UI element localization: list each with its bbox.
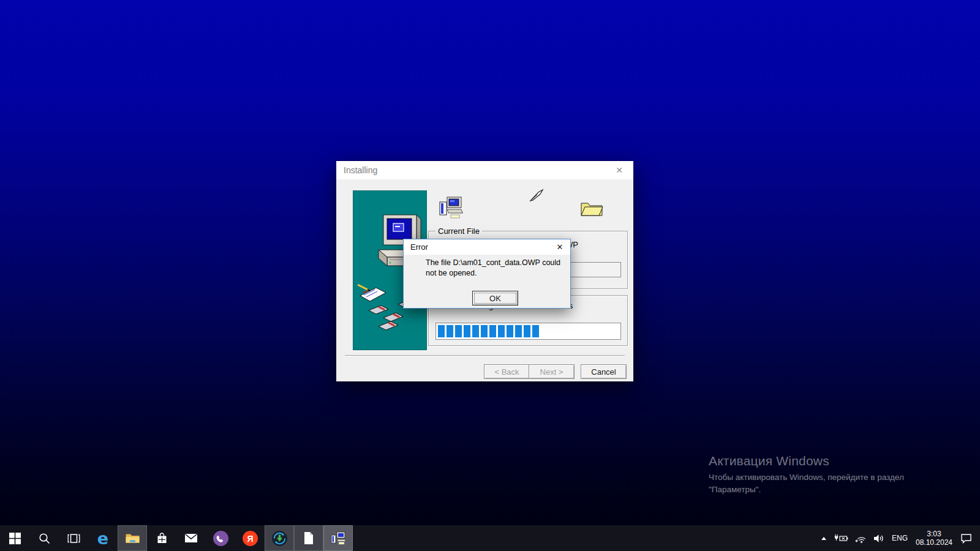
clock[interactable]: 3:03 08.10.2024 xyxy=(914,530,954,547)
task-view-icon xyxy=(67,533,81,544)
setup-program-icon xyxy=(439,196,463,220)
viber-icon xyxy=(213,530,229,547)
edge-icon: e xyxy=(97,530,108,547)
mail-icon xyxy=(184,533,198,543)
overall-progress-bar xyxy=(435,323,621,340)
taskbar: e xyxy=(0,525,980,551)
document-icon xyxy=(303,531,314,545)
installer-taskbar-button[interactable] xyxy=(323,525,353,551)
yandex-icon: Я xyxy=(242,530,258,547)
search-icon xyxy=(39,533,50,544)
ok-button[interactable]: OK xyxy=(472,291,518,305)
error-message: The file D:\am01_cont_data.OWP could not… xyxy=(426,258,568,279)
destination-folder-icon xyxy=(580,198,603,219)
mediaget-icon xyxy=(271,530,288,547)
error-dialog: Error ✕ The file D:\am01_cont_data.OWP c… xyxy=(403,239,571,309)
next-button[interactable]: Next > xyxy=(529,364,575,379)
power-status-button[interactable] xyxy=(834,534,848,542)
start-button[interactable] xyxy=(0,525,29,551)
yandex-browser-button[interactable]: Я xyxy=(235,525,265,551)
file-explorer-button[interactable] xyxy=(118,525,147,551)
clock-date: 08.10.2024 xyxy=(914,538,954,547)
back-button[interactable]: < Back xyxy=(484,364,530,379)
action-center-button[interactable] xyxy=(960,533,972,544)
watermark-line2: "Параметры". xyxy=(709,484,904,496)
watermark-title: Активация Windows xyxy=(709,454,904,468)
file-explorer-icon xyxy=(125,532,140,544)
power-plug-battery-icon xyxy=(834,534,848,542)
search-button[interactable] xyxy=(29,525,59,551)
error-title: Error xyxy=(404,242,428,252)
close-icon[interactable]: ✕ xyxy=(549,239,570,255)
volume-button[interactable] xyxy=(873,534,885,543)
action-center-icon xyxy=(960,533,972,544)
button-separator xyxy=(345,355,625,356)
watermark-line1: Чтобы активировать Windows, перейдите в … xyxy=(709,471,904,484)
svg-text:Я: Я xyxy=(247,533,253,543)
windows-logo-icon xyxy=(9,533,21,544)
task-view-button[interactable] xyxy=(59,525,88,551)
chevron-up-icon xyxy=(821,536,827,541)
system-tray: ENG 3:03 08.10.2024 xyxy=(821,525,980,551)
document-viewer-button[interactable] xyxy=(294,525,323,551)
progress-segments xyxy=(438,325,539,337)
store-button[interactable] xyxy=(147,525,176,551)
store-icon xyxy=(156,532,168,545)
installing-titlebar[interactable]: Installing ✕ xyxy=(336,161,633,179)
viber-button[interactable] xyxy=(206,525,235,551)
installer-icon xyxy=(331,531,345,545)
error-titlebar[interactable]: Error ✕ xyxy=(404,239,570,255)
mediaget-button[interactable] xyxy=(265,525,294,551)
speaker-icon xyxy=(873,534,885,543)
current-file-label: Current File xyxy=(435,227,482,236)
close-icon[interactable]: ✕ xyxy=(605,161,633,179)
clock-time: 3:03 xyxy=(914,530,954,538)
mail-button[interactable] xyxy=(176,525,206,551)
network-button[interactable] xyxy=(855,534,867,543)
cancel-button[interactable]: Cancel xyxy=(581,364,627,379)
wifi-no-internet-icon xyxy=(855,534,867,543)
show-hidden-icons-button[interactable] xyxy=(821,536,827,541)
flying-page-icon xyxy=(529,189,544,202)
language-indicator[interactable]: ENG xyxy=(892,534,908,542)
edge-button[interactable]: e xyxy=(88,525,118,551)
window-title: Installing xyxy=(336,165,377,175)
activation-watermark: Активация Windows Чтобы активировать Win… xyxy=(709,454,904,496)
taskbar-buttons: e xyxy=(0,525,353,551)
